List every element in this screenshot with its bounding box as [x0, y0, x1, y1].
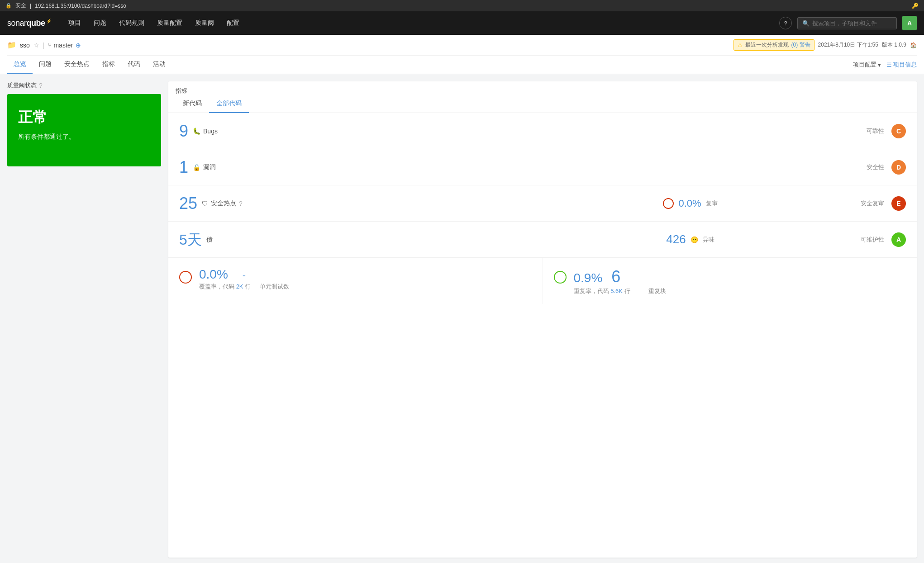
sub-nav-hotspots[interactable]: 安全热点 [58, 56, 96, 74]
help-button[interactable]: ? [779, 17, 792, 29]
sub-nav-activity[interactable]: 活动 [147, 56, 172, 74]
vuln-label-text: 漏洞 [203, 163, 216, 171]
coverage-details: 0.0% - 覆盖率，代码 2K 行 单元测试数 [199, 267, 289, 291]
security-review-grade: E [891, 196, 906, 211]
url-text: 192.168.1.35:9100/dashboard?id=sso [35, 3, 126, 9]
sub-nav-container: 总览 问题 安全热点 指标 代码 活动 项目配置 ▾ ☰ 项目信息 [7, 56, 917, 74]
sub-nav-overview[interactable]: 总览 [7, 56, 33, 74]
maintainability-grade: A [891, 232, 906, 247]
add-branch-button[interactable]: ⊕ [76, 42, 81, 49]
quality-gate-card: 正常 所有条件都通过了。 [7, 94, 161, 166]
dup-blocks-value: 6 [611, 267, 620, 286]
analysis-text: 最近一次分析发现 [745, 41, 789, 49]
duplications-details: 0.9% 6 重复率，代码 5.6K 行 重复块 [574, 267, 666, 295]
debt-label-text: 债 [206, 236, 213, 244]
folder-icon: 📁 [7, 41, 16, 49]
sub-header-top: 📁 sso ☆ | ⑂ master ⊕ ⚠ 最近一次分析发现 (0) 警告 2… [7, 35, 917, 56]
sub-nav-issues[interactable]: 问题 [33, 56, 58, 74]
main-nav: 项目 问题 代码规则 质量配置 质量阈 配置 [62, 11, 779, 35]
smells-label: 异味 [703, 236, 714, 244]
metrics-tabs: 新代码 全部代码 [168, 95, 917, 113]
branch-name[interactable]: master [53, 42, 73, 49]
coverage-sub: 覆盖率，代码 2K 行 单元测试数 [199, 282, 289, 291]
browser-bar: 🔒 安全 | 192.168.1.35:9100/dashboard?id=ss… [0, 0, 924, 11]
nav-item-quality-gates[interactable]: 质量阈 [189, 11, 220, 35]
breadcrumb: 📁 sso ☆ | ⑂ master ⊕ [7, 41, 81, 49]
project-info-label: 项目信息 [893, 61, 917, 69]
nav-item-issues[interactable]: 问题 [87, 11, 113, 35]
vuln-value[interactable]: 1 [179, 159, 188, 175]
metric-row-vulnerabilities: 1 🔒 漏洞 安全性 D [168, 149, 917, 185]
dup-value[interactable]: 0.9% [574, 271, 603, 285]
navbar-right: ? 🔍 A [779, 16, 917, 30]
project-config-label: 项目配置 [853, 61, 876, 69]
reliability-grade: C [891, 124, 906, 138]
sub-nav: 总览 问题 安全热点 指标 代码 活动 [7, 56, 172, 74]
bottom-metrics: 0.0% - 覆盖率，代码 2K 行 单元测试数 [168, 258, 917, 304]
quality-gate-title: 质量阈状态 ? [7, 81, 161, 90]
user-avatar[interactable]: A [902, 16, 917, 30]
star-icon[interactable]: ☆ [33, 42, 39, 49]
duplications-metric: 0.9% 6 重复率，代码 5.6K 行 重复块 [543, 258, 917, 304]
browser-key-icon: 🔑 [912, 3, 919, 9]
debt-value[interactable]: 5天 [179, 232, 202, 247]
coverage-link[interactable]: 2K [236, 283, 243, 290]
search-icon: 🔍 [802, 20, 810, 27]
branch-icon: ⑂ [48, 42, 52, 49]
sonarqube-logo[interactable]: sonarqube⚡ [7, 19, 51, 28]
security-grade: D [891, 160, 906, 175]
navbar: sonarqube⚡ 项目 问题 代码规则 质量配置 质量阈 配置 ? 🔍 A [0, 11, 924, 35]
search-box[interactable]: 🔍 [797, 17, 897, 29]
home-icon[interactable]: 🏠 [910, 42, 917, 48]
search-input[interactable] [812, 20, 892, 27]
warnings-link[interactable]: (0) 警告 [791, 41, 810, 49]
debt-label: 债 [206, 236, 213, 244]
maintainability-rating: 可维护性 A [861, 232, 906, 247]
warnings-label: 警告 [800, 42, 810, 48]
lock-metric-icon: 🔒 [193, 164, 200, 171]
tab-all-code[interactable]: 全部代码 [209, 95, 249, 113]
nav-item-rules[interactable]: 代码规则 [113, 11, 151, 35]
hotspot-value[interactable]: 25 [179, 195, 197, 212]
coverage-values: 0.0% - [199, 267, 289, 282]
shield-icon: 🛡 [202, 200, 208, 207]
bugs-label: 🐛 Bugs [193, 128, 218, 135]
url-bar: | [30, 3, 31, 9]
reliability-label: 可靠性 [867, 127, 884, 135]
lock-icon: 🔒 [5, 3, 12, 9]
quality-gate-description: 所有条件都通过了。 [18, 133, 150, 141]
maintainability-label: 可维护性 [861, 236, 884, 244]
quality-gate-help-icon[interactable]: ? [39, 82, 43, 89]
hotspot-help-icon[interactable]: ? [239, 200, 243, 207]
list-icon: ☰ [886, 62, 892, 68]
security-label: 安全 [15, 2, 26, 9]
dup-sub: 重复率，代码 5.6K 行 重复块 [574, 286, 666, 295]
breadcrumb-divider: | [43, 42, 45, 49]
metric-bugs-main: 9 🐛 Bugs [179, 123, 523, 139]
nav-item-admin[interactable]: 配置 [220, 11, 246, 35]
sub-header: 📁 sso ☆ | ⑂ master ⊕ ⚠ 最近一次分析发现 (0) 警告 2… [0, 35, 924, 74]
dup-link[interactable]: 5.6K [610, 288, 623, 294]
nav-item-quality-profiles[interactable]: 质量配置 [151, 11, 189, 35]
metric-row-hotspots: 25 🛡 安全热点 ? 0.0% 复审 安全复审 E [168, 185, 917, 222]
bug-icon: 🐛 [193, 128, 200, 135]
sub-nav-metrics[interactable]: 指标 [96, 56, 121, 74]
warning-icon: ⚠ [738, 42, 743, 48]
project-info-link[interactable]: ☰ 项目信息 [886, 61, 917, 69]
hotspot-label: 🛡 安全热点 ? [202, 199, 243, 208]
coverage-value[interactable]: 0.0% [199, 267, 228, 282]
bugs-value[interactable]: 9 [179, 123, 188, 139]
project-name[interactable]: sso [20, 42, 30, 49]
project-config-link[interactable]: 项目配置 ▾ [853, 61, 881, 69]
tab-new-code[interactable]: 新代码 [176, 95, 209, 113]
smells-info: 426 😶 异味 [520, 232, 861, 246]
coverage-circle [179, 271, 192, 284]
nav-item-projects[interactable]: 项目 [62, 11, 87, 35]
metric-maint-main: 5天 债 [179, 232, 520, 247]
coverage-metric: 0.0% - 覆盖率，代码 2K 行 单元测试数 [168, 258, 543, 304]
review-percent: 0.0% [678, 198, 701, 209]
sub-nav-code[interactable]: 代码 [121, 56, 147, 74]
dup-blocks-label: 重复块 [648, 287, 666, 295]
security-rating: 安全性 D [867, 160, 906, 175]
branch-info: ⑂ master ⊕ [48, 42, 81, 49]
